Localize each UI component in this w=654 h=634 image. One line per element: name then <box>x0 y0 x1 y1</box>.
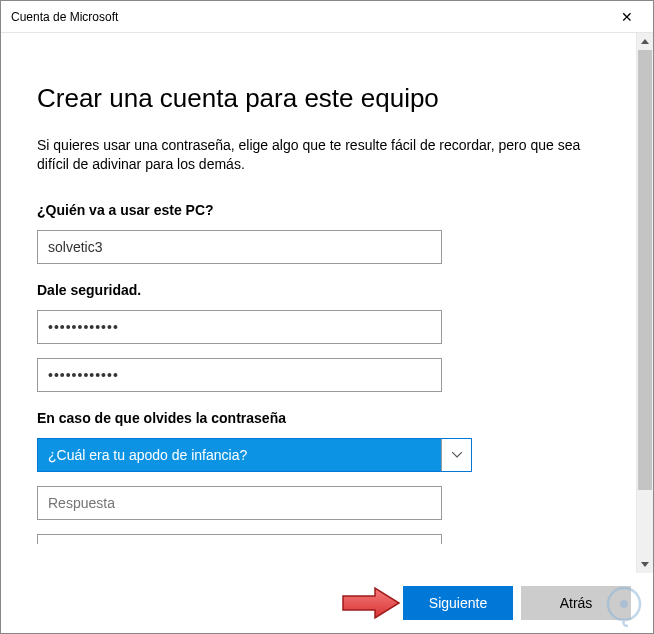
select-value: ¿Cuál era tu apodo de infancia? <box>38 439 441 471</box>
partial-next-field <box>37 534 442 544</box>
next-button[interactable]: Siguiente <box>403 586 513 620</box>
password-confirm-input[interactable] <box>37 358 442 392</box>
scroll-down-button[interactable] <box>637 556 653 573</box>
forgot-label: En caso de que olvides la contraseña <box>37 410 606 426</box>
arrow-annotation-icon <box>341 584 403 622</box>
who-label: ¿Quién va a usar este PC? <box>37 202 606 218</box>
scroll-up-button[interactable] <box>637 33 653 50</box>
security-question-select[interactable]: ¿Cuál era tu apodo de infancia? <box>37 438 472 472</box>
content-wrap: Crear una cuenta para este equipo Si qui… <box>1 33 653 573</box>
security-answer-input[interactable] <box>37 486 442 520</box>
password-input[interactable] <box>37 310 442 344</box>
vertical-scrollbar[interactable] <box>636 33 653 573</box>
content-area: Crear una cuenta para este equipo Si qui… <box>1 33 636 573</box>
page-heading: Crear una cuenta para este equipo <box>37 83 606 114</box>
chevron-down-icon[interactable] <box>441 439 471 471</box>
back-button[interactable]: Atrás <box>521 586 631 620</box>
page-description: Si quieres usar una contraseña, elige al… <box>37 136 606 174</box>
window-title: Cuenta de Microsoft <box>11 10 604 24</box>
footer-bar: Siguiente Atrás <box>1 573 653 633</box>
titlebar: Cuenta de Microsoft ✕ <box>1 1 653 33</box>
security-label: Dale seguridad. <box>37 282 606 298</box>
dialog-window: Cuenta de Microsoft ✕ Crear una cuenta p… <box>0 0 654 634</box>
scroll-thumb[interactable] <box>638 50 652 490</box>
close-button[interactable]: ✕ <box>604 2 649 32</box>
username-input[interactable] <box>37 230 442 264</box>
